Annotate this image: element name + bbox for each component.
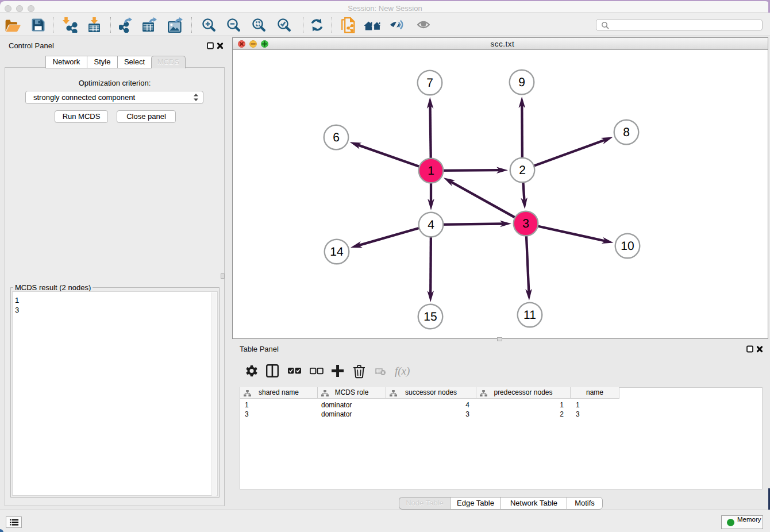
svg-text:7: 7 [426, 76, 433, 90]
svg-text:1: 1 [428, 164, 434, 178]
svg-text:10: 10 [621, 240, 634, 253]
svg-text:2: 2 [519, 164, 526, 177]
svg-text:8: 8 [623, 126, 630, 139]
svg-text:4: 4 [428, 218, 434, 232]
svg-text:15: 15 [424, 310, 437, 323]
svg-text:6: 6 [333, 131, 340, 144]
svg-text:11: 11 [523, 309, 536, 322]
svg-text:f(x): f(x) [395, 365, 410, 377]
svg-text:3: 3 [522, 217, 529, 230]
svg-text:14: 14 [330, 245, 344, 259]
svg-text:9: 9 [518, 76, 525, 89]
